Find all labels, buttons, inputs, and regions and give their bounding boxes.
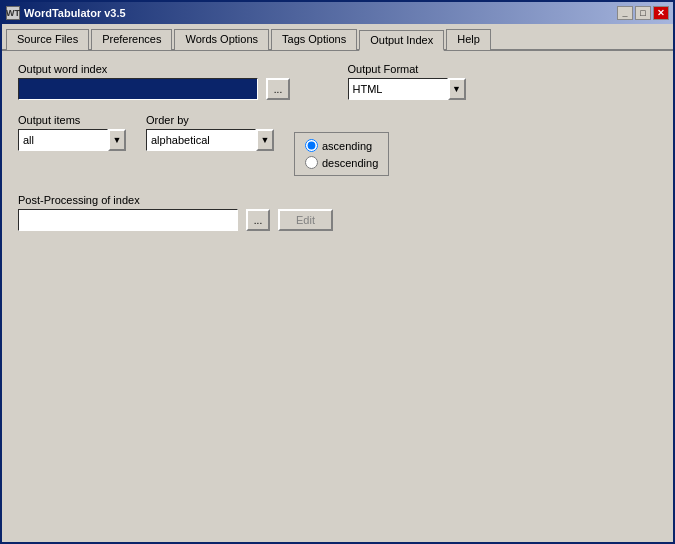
window-title: WordTabulator v3.5 [24,7,617,19]
tab-help[interactable]: Help [446,29,491,50]
browse-post-processing-button[interactable]: ... [246,209,270,231]
tab-words-options[interactable]: Words Options [174,29,269,50]
titlebar: WT WordTabulator v3.5 _ □ ✕ [2,2,673,24]
output-format-group: Output Format HTML Text XML ▼ [348,63,658,100]
app-window: WT WordTabulator v3.5 _ □ ✕ Source Files… [0,0,675,544]
post-processing-input[interactable] [18,209,238,231]
output-word-index-input[interactable]: C:\tmp\wt$index.html [18,78,258,100]
output-format-arrow[interactable]: ▼ [448,78,466,100]
descending-option[interactable]: descending [305,156,378,169]
output-format-label: Output Format [348,63,658,75]
output-word-index-group: Output word index C:\tmp\wt$index.html .… [18,63,328,100]
ascending-label[interactable]: ascending [322,140,372,152]
output-word-index-label: Output word index [18,63,328,75]
descending-radio[interactable] [305,156,318,169]
sort-order-group: ascending descending [294,132,389,176]
tab-source-files[interactable]: Source Files [6,29,89,50]
tab-output-index[interactable]: Output Index [359,30,444,51]
tab-preferences[interactable]: Preferences [91,29,172,50]
order-by-arrow[interactable]: ▼ [256,129,274,151]
ascending-option[interactable]: ascending [305,139,378,152]
descending-label[interactable]: descending [322,157,378,169]
tab-bar: Source Files Preferences Words Options T… [2,24,673,51]
close-button[interactable]: ✕ [653,6,669,20]
tab-tags-options[interactable]: Tags Options [271,29,357,50]
output-items-group: Output items all selected none ▼ [18,114,126,151]
edit-button[interactable]: Edit [278,209,333,231]
ascending-radio[interactable] [305,139,318,152]
content-area: Output word index C:\tmp\wt$index.html .… [2,51,673,542]
output-format-select[interactable]: HTML Text XML [348,78,448,100]
window-controls: _ □ ✕ [617,6,669,20]
browse-index-button[interactable]: ... [266,78,290,100]
post-processing-label: Post-Processing of index [18,194,657,206]
order-by-label: Order by [146,114,274,126]
maximize-button[interactable]: □ [635,6,651,20]
output-items-label: Output items [18,114,126,126]
minimize-button[interactable]: _ [617,6,633,20]
order-by-select[interactable]: alphabetical frequency length [146,129,256,151]
order-by-group: Order by alphabetical frequency length ▼ [146,114,274,151]
post-processing-group: Post-Processing of index ... Edit [18,194,657,231]
app-icon: WT [6,6,20,20]
output-items-select[interactable]: all selected none [18,129,108,151]
output-items-arrow[interactable]: ▼ [108,129,126,151]
